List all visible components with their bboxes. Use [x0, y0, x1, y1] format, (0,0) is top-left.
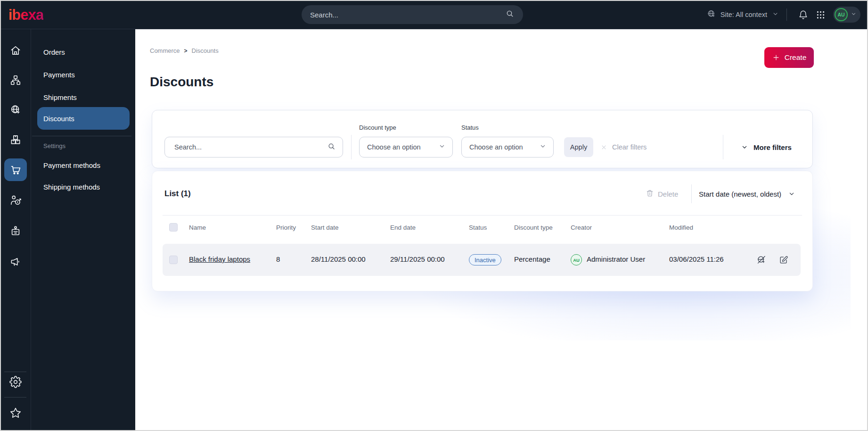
- modified-cell: 03/06/2025 11:26: [669, 255, 724, 263]
- filters-card: Discount type Choose an option Status Ch…: [152, 110, 813, 168]
- rail-divider: [4, 397, 26, 398]
- preview-unavailable-icon[interactable]: [756, 255, 767, 265]
- search-icon[interactable]: [505, 9, 515, 20]
- creator-cell: Administrator User: [587, 255, 645, 263]
- filter-divider: [723, 135, 723, 159]
- menu-item-payment-methods[interactable]: Payment methods: [43, 161, 100, 169]
- topbar-right: Site: All context AU: [706, 0, 860, 29]
- edit-icon[interactable]: [778, 255, 789, 265]
- topbar: ibexa Site: All context: [0, 0, 868, 29]
- menu-item-discounts[interactable]: Discounts: [37, 107, 130, 130]
- delete-label: Delete: [658, 190, 678, 198]
- status-select[interactable]: Choose an option: [461, 137, 554, 157]
- list-toolbar-divider: [691, 184, 692, 203]
- chevron-down-icon: [851, 10, 857, 19]
- start-date-cell: 28/11/2025 00:00: [311, 255, 366, 263]
- sort-select[interactable]: Start date (newest, oldest): [699, 188, 795, 199]
- table-header-divider: [163, 215, 802, 216]
- column-header-creator: Creator: [571, 224, 592, 231]
- menu-item-shipping-methods[interactable]: Shipping methods: [43, 183, 100, 191]
- menu-item-orders[interactable]: Orders: [43, 48, 65, 56]
- site-globe-cursor-icon[interactable]: [9, 104, 22, 116]
- sort-label: Start date (newest, oldest): [699, 190, 781, 198]
- delete-button[interactable]: Delete: [646, 188, 678, 199]
- notifications-bell-icon[interactable]: [798, 10, 808, 20]
- discounts-list-card: List (1) Delete Start date (newest, olde…: [152, 171, 813, 291]
- marketing-megaphone-icon[interactable]: [9, 256, 22, 268]
- discount-name-link[interactable]: Black friday laptops: [189, 255, 250, 263]
- list-title: List (1): [164, 189, 191, 199]
- end-date-cell: 29/11/2025 00:00: [390, 255, 445, 263]
- ibexa-logo[interactable]: ibexa: [8, 7, 43, 24]
- app-grid-icon[interactable]: [816, 10, 826, 20]
- discount-type-select[interactable]: Choose an option: [359, 137, 453, 157]
- status-badge: Inactive: [469, 254, 501, 265]
- favorites-star-icon[interactable]: [9, 407, 22, 419]
- menu-divider: [32, 136, 131, 136]
- create-button-label: Create: [785, 53, 807, 62]
- status-value: Choose an option: [469, 143, 523, 151]
- plus-icon: [772, 53, 780, 62]
- create-button[interactable]: Create: [764, 47, 814, 68]
- trash-icon: [646, 189, 654, 199]
- breadcrumb-commerce[interactable]: Commerce: [150, 47, 180, 54]
- close-icon: [600, 144, 607, 151]
- products-boxes-icon[interactable]: [9, 133, 22, 146]
- filter-search: [164, 137, 343, 157]
- more-filters-button[interactable]: More filters: [741, 140, 792, 154]
- more-filters-label: More filters: [753, 143, 792, 151]
- page-title: Discounts: [150, 75, 213, 90]
- site-context-label: Site: All context: [721, 11, 767, 18]
- chevron-down-icon: [438, 142, 446, 152]
- filter-divider: [351, 135, 352, 159]
- breadcrumb-discounts[interactable]: Discounts: [192, 47, 219, 54]
- discount-type-cell: Percentage: [514, 255, 550, 263]
- chevron-down-icon: [788, 190, 795, 198]
- status-label: Status: [461, 124, 479, 131]
- row-checkbox[interactable]: [169, 256, 178, 264]
- avatar: AU: [835, 8, 848, 21]
- content-structure-icon[interactable]: [9, 74, 22, 86]
- clear-filters-label: Clear filters: [612, 143, 647, 151]
- discount-type-value: Choose an option: [367, 143, 421, 151]
- settings-gear-icon[interactable]: [9, 376, 22, 388]
- search-icon[interactable]: [327, 142, 336, 153]
- table-row: Black friday laptops 8 28/11/2025 00:00 …: [152, 244, 812, 276]
- menu-item-shipments[interactable]: Shipments: [43, 93, 77, 101]
- chevron-down-icon: [772, 10, 779, 19]
- user-menu[interactable]: AU: [833, 7, 860, 23]
- menu-section-settings: Settings: [43, 142, 66, 149]
- breadcrumb: Commerce > Discounts: [150, 47, 219, 54]
- clear-filters-button[interactable]: Clear filters: [600, 140, 647, 154]
- menu-item-payments[interactable]: Payments: [43, 71, 75, 79]
- column-header-priority: Priority: [276, 224, 296, 231]
- globe-icon: [706, 9, 716, 21]
- apply-button[interactable]: Apply: [564, 137, 593, 157]
- site-context-selector[interactable]: Site: All context: [706, 9, 779, 21]
- breadcrumb-separator: >: [184, 48, 188, 54]
- creator-avatar: AU: [571, 254, 582, 265]
- global-search: [302, 5, 523, 24]
- member-badge-icon[interactable]: [9, 225, 22, 237]
- chevron-down-icon: [741, 143, 748, 151]
- main-sidebar-rail: [0, 29, 31, 431]
- topbar-divider: [786, 8, 787, 21]
- priority-cell: 8: [276, 255, 280, 263]
- column-header-name: Name: [189, 224, 206, 231]
- main-content: Commerce > Discounts Create Discounts Di…: [135, 29, 868, 431]
- column-header-start-date: Start date: [311, 224, 339, 231]
- discount-type-label: Discount type: [359, 124, 396, 131]
- rail-divider: [4, 372, 26, 372]
- table-header-row: Name Priority Start date End date Status…: [152, 221, 812, 234]
- column-header-status: Status: [469, 224, 487, 231]
- column-header-modified: Modified: [669, 224, 693, 231]
- customer-target-icon[interactable]: [9, 194, 22, 207]
- filter-search-input[interactable]: [174, 143, 327, 151]
- column-header-end-date: End date: [390, 224, 416, 231]
- home-icon[interactable]: [9, 44, 22, 57]
- commerce-menu: Orders Payments Shipments Discounts Sett…: [31, 29, 135, 431]
- global-search-input[interactable]: [310, 11, 505, 19]
- select-all-checkbox[interactable]: [169, 223, 178, 232]
- commerce-cart-icon[interactable]: [4, 158, 27, 181]
- ibexa-admin-screen: ibexa Site: All context: [0, 0, 868, 431]
